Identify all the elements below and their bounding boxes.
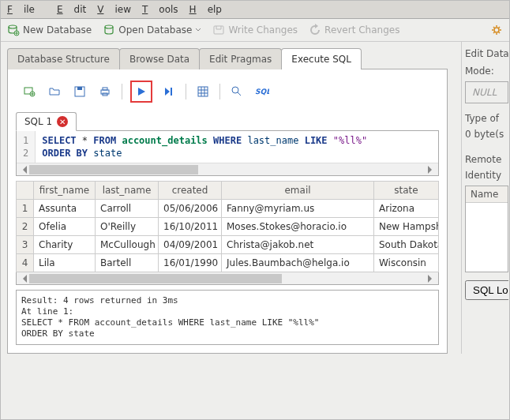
sql-editor-tabs: SQL 1 ✕ bbox=[16, 112, 439, 131]
cell-state[interactable]: South Dakota bbox=[374, 236, 439, 254]
results-hscroll[interactable] bbox=[16, 272, 439, 285]
cell-email[interactable]: Jules.Baumbach@helga.io bbox=[222, 254, 374, 272]
sql-toolbar: SQL bbox=[16, 77, 439, 106]
cell-created[interactable]: 05/06/2006 bbox=[159, 200, 222, 218]
menu-tools[interactable]: Tools bbox=[142, 4, 178, 15]
revert-changes-button: Revert Changes bbox=[309, 24, 399, 36]
save-results-button[interactable] bbox=[194, 83, 212, 100]
table-row[interactable]: 1AssuntaCarroll05/06/2006Fanny@myriam.us… bbox=[17, 200, 439, 218]
row-number: 3 bbox=[17, 236, 34, 254]
size-label: 0 byte(s bbox=[465, 129, 508, 140]
remote-title: Remote bbox=[465, 154, 508, 165]
main-toolbar: New Database Open Database Write Changes… bbox=[1, 19, 509, 42]
database-open-icon bbox=[103, 24, 115, 36]
cell-state[interactable]: Wisconsin bbox=[374, 254, 439, 272]
revert-icon bbox=[309, 24, 321, 36]
cell-first-name[interactable]: Ofelia bbox=[34, 218, 96, 236]
open-database-button[interactable]: Open Database bbox=[103, 24, 201, 36]
open-database-label: Open Database bbox=[118, 24, 192, 36]
type-label: Type of bbox=[465, 113, 508, 124]
result-log[interactable]: Result: 4 rows returned in 3ms At line 1… bbox=[16, 290, 439, 345]
cell-first-name[interactable]: Lila bbox=[34, 254, 96, 272]
write-icon bbox=[212, 24, 225, 36]
editor-hscroll[interactable] bbox=[17, 163, 438, 175]
row-number: 4 bbox=[17, 254, 34, 272]
identity-label: Identity bbox=[465, 170, 508, 181]
cell-state[interactable]: New Hampshire bbox=[374, 218, 439, 236]
menu-file[interactable]: File bbox=[7, 4, 46, 15]
cell-last-name[interactable]: McCullough bbox=[96, 236, 159, 254]
write-changes-button: Write Changes bbox=[212, 24, 298, 36]
tab-browse-data[interactable]: Browse Data bbox=[119, 48, 200, 69]
revert-changes-label: Revert Changes bbox=[324, 24, 399, 36]
execute-button[interactable] bbox=[130, 81, 152, 103]
editor-gutter: 12 bbox=[17, 131, 36, 163]
cell-created[interactable]: 04/09/2001 bbox=[159, 236, 222, 254]
cell-state[interactable]: Arizona bbox=[374, 200, 439, 218]
sql-help-button[interactable]: SQL bbox=[253, 83, 271, 100]
col-state[interactable]: state bbox=[374, 182, 439, 200]
results-table: first_name last_name created email state… bbox=[16, 181, 439, 272]
svg-text:SQL: SQL bbox=[255, 88, 269, 96]
sql-log-button[interactable]: SQL Log bbox=[465, 280, 508, 300]
cell-last-name[interactable]: Bartell bbox=[96, 254, 159, 272]
tab-edit-pragmas[interactable]: Edit Pragmas bbox=[199, 48, 282, 69]
cell-email[interactable]: Fanny@myriam.us bbox=[222, 200, 374, 218]
mode-label: Mode: bbox=[465, 66, 508, 77]
identity-name-header: Name bbox=[466, 186, 508, 203]
col-first-name[interactable]: first_name bbox=[34, 182, 96, 200]
new-tab-button[interactable] bbox=[21, 83, 38, 100]
svg-rect-10 bbox=[103, 88, 107, 90]
cell-value-box[interactable]: NULL bbox=[465, 81, 508, 103]
col-email[interactable]: email bbox=[222, 182, 374, 200]
tab-execute-sql[interactable]: Execute SQL bbox=[281, 48, 362, 69]
sql-editor-tab-1[interactable]: SQL 1 ✕ bbox=[16, 112, 77, 131]
table-row[interactable]: 3CharityMcCullough04/09/2001Christa@jako… bbox=[17, 236, 439, 254]
col-last-name[interactable]: last_name bbox=[96, 182, 159, 200]
svg-rect-13 bbox=[198, 87, 208, 96]
row-number: 2 bbox=[17, 218, 34, 236]
cell-created[interactable]: 16/10/2011 bbox=[159, 218, 222, 236]
menu-edit[interactable]: Edit bbox=[57, 4, 86, 15]
svg-point-4 bbox=[494, 28, 499, 32]
sql-editor[interactable]: 12 SELECT * FROM account_details WHERE l… bbox=[16, 130, 439, 176]
write-changes-label: Write Changes bbox=[228, 24, 298, 36]
menubar: File Edit View Tools Help bbox=[1, 1, 509, 19]
col-created[interactable]: created bbox=[159, 182, 222, 200]
cell-created[interactable]: 16/01/1990 bbox=[159, 254, 222, 272]
close-tab-icon[interactable]: ✕ bbox=[57, 116, 68, 127]
gear-icon[interactable] bbox=[490, 24, 503, 36]
cell-first-name[interactable]: Assunta bbox=[34, 200, 96, 218]
svg-rect-12 bbox=[171, 88, 172, 96]
editor-code[interactable]: SELECT * FROM account_details WHERE last… bbox=[36, 131, 438, 163]
execute-sql-panel: SQL SQL 1 ✕ 12 SELECT * FROM account_det… bbox=[7, 69, 448, 354]
identity-list[interactable]: Name bbox=[465, 186, 508, 272]
svg-rect-3 bbox=[214, 26, 223, 34]
open-file-button[interactable] bbox=[46, 83, 63, 100]
find-button[interactable] bbox=[228, 83, 246, 100]
new-database-button[interactable]: New Database bbox=[7, 24, 92, 36]
table-row[interactable]: 4LilaBartell16/01/1990Jules.Baumbach@hel… bbox=[17, 254, 439, 272]
new-database-label: New Database bbox=[23, 24, 92, 36]
edit-data-title: Edit Data bbox=[465, 48, 508, 59]
menu-view[interactable]: View bbox=[97, 4, 131, 15]
execute-line-button[interactable] bbox=[160, 83, 178, 100]
database-plus-icon bbox=[7, 24, 20, 36]
svg-point-0 bbox=[9, 25, 17, 28]
row-header-blank bbox=[17, 182, 34, 200]
cell-last-name[interactable]: Carroll bbox=[96, 200, 159, 218]
cell-last-name[interactable]: O'Reilly bbox=[96, 218, 159, 236]
row-number: 1 bbox=[17, 200, 34, 218]
menu-help[interactable]: Help bbox=[189, 4, 222, 15]
dropdown-icon[interactable] bbox=[195, 27, 201, 33]
cell-email[interactable]: Christa@jakob.net bbox=[222, 236, 374, 254]
table-row[interactable]: 2OfeliaO'Reilly16/10/2011Moses.Stokes@ho… bbox=[17, 218, 439, 236]
tab-database-structure[interactable]: Database Structure bbox=[7, 48, 120, 69]
save-file-button[interactable] bbox=[71, 83, 88, 100]
cell-first-name[interactable]: Charity bbox=[34, 236, 96, 254]
print-button[interactable] bbox=[96, 83, 114, 100]
sql-tab-label: SQL 1 bbox=[24, 116, 52, 127]
side-panel: Edit Data Mode: NULL Type of 0 byte(s Re… bbox=[461, 42, 508, 354]
cell-email[interactable]: Moses.Stokes@horacio.io bbox=[222, 218, 374, 236]
svg-point-14 bbox=[232, 87, 238, 93]
